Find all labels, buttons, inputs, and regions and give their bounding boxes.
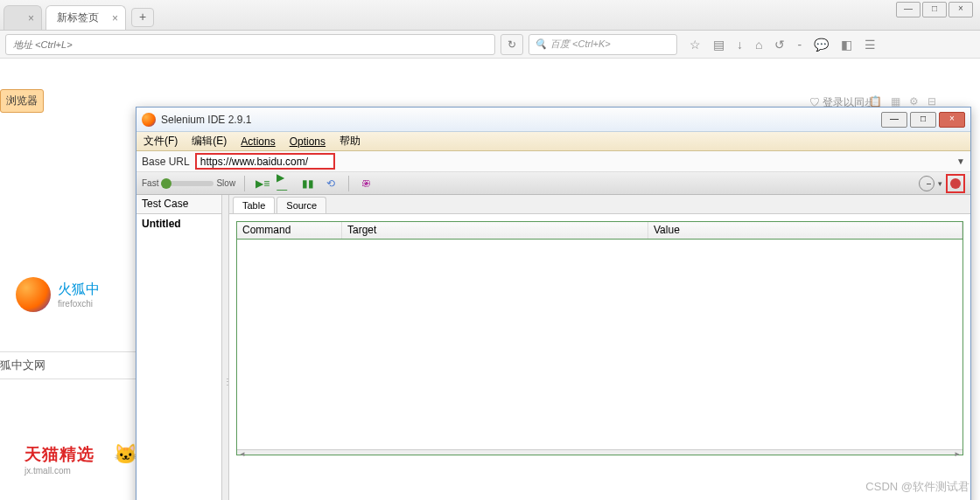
firefox-title: 火狐中: [58, 281, 100, 299]
firefox-subtitle: firefoxchi: [58, 299, 100, 309]
tmall-title: 天猫精选: [24, 443, 94, 466]
gear-icon[interactable]: ⚙: [909, 95, 919, 108]
col-command: Command: [237, 222, 342, 239]
home-icon[interactable]: ⌂: [755, 38, 762, 52]
command-table[interactable]: Command Target Value ◄►: [236, 221, 963, 455]
menu-options[interactable]: Options: [290, 135, 326, 148]
refresh-button[interactable]: ↻: [500, 34, 523, 55]
new-tab-button[interactable]: +: [131, 8, 154, 27]
library-icon[interactable]: ▤: [713, 38, 724, 52]
url-bar: ↻ 🔍 百度 <Ctrl+K> ☆ ▤ ↓ ⌂ ↺ - 💬 ◧ ☰: [0, 31, 980, 59]
close-button[interactable]: ×: [939, 112, 965, 128]
bookmark-icon[interactable]: ☆: [690, 38, 701, 52]
pause-button[interactable]: ▮▮: [299, 176, 317, 191]
play-all-button[interactable]: ▶≡: [254, 176, 271, 191]
ide-title: Selenium IDE 2.9.1: [161, 114, 881, 126]
command-table-wrap: Command Target Value ◄►: [229, 214, 970, 500]
firefox-icon: [16, 277, 51, 312]
firefox-logo-block: 火狐中 firefoxchi: [16, 277, 100, 312]
menu-actions[interactable]: Actions: [241, 135, 275, 148]
menu-icon[interactable]: ☰: [864, 38, 876, 52]
tab-table[interactable]: Table: [233, 197, 275, 213]
minimize-button[interactable]: —: [881, 112, 907, 128]
baseurl-dropdown-icon[interactable]: ▼: [956, 156, 965, 166]
tab-source[interactable]: Source: [276, 197, 326, 213]
maximize-button[interactable]: □: [922, 2, 947, 17]
ide-titlebar[interactable]: Selenium IDE 2.9.1 — □ ×: [136, 108, 970, 132]
clipboard-icon[interactable]: 📋: [869, 95, 882, 108]
collapse-icon[interactable]: ⊟: [928, 95, 936, 108]
ide-main: Table Source Command Target Value ◄►: [229, 195, 970, 500]
browser-window-controls: — □ ×: [896, 2, 973, 17]
search-icon: 🔍: [535, 38, 547, 50]
search-placeholder: 百度 <Ctrl+K>: [550, 38, 611, 51]
grid-icon[interactable]: ▦: [891, 95, 900, 108]
side-link[interactable]: 狐中文网: [0, 351, 136, 379]
watermark: CSDN @软件测试君: [865, 479, 970, 495]
testcase-item[interactable]: Untitled: [136, 214, 221, 233]
divider: [244, 176, 245, 191]
close-icon[interactable]: ×: [112, 12, 118, 24]
tab-2[interactable]: 新标签页 ×: [46, 5, 126, 30]
address-input[interactable]: [5, 34, 495, 55]
ide-window-controls: — □ ×: [881, 112, 965, 128]
tmall-block[interactable]: 天猫精选 jx.tmall.com: [24, 443, 94, 476]
tmall-subtitle: jx.tmall.com: [24, 466, 94, 476]
horizontal-scrollbar[interactable]: ◄►: [237, 449, 962, 455]
firefox-icon: [142, 113, 156, 127]
page-tools: 📋 ▦ ⚙ ⊟: [869, 95, 936, 108]
chevron-down-icon[interactable]: ▾: [938, 179, 942, 188]
sidebar-toggle-button[interactable]: 浏览器: [0, 89, 44, 113]
ide-sidebar: Test Case Untitled: [136, 195, 222, 500]
speed-control[interactable]: Fast Slow: [142, 178, 235, 188]
speed-fast-label: Fast: [142, 178, 158, 188]
menu-help[interactable]: 帮助: [340, 134, 360, 149]
browser-content: 浏览器 ♡ 登录以同步 📋 ▦ ⚙ ⊟ 火狐中 firefoxchi 狐中文网 …: [0, 59, 980, 500]
menu-edit[interactable]: 编辑(E): [192, 134, 227, 149]
ide-body: Test Case Untitled Table Source Command …: [136, 195, 970, 500]
baseurl-input[interactable]: [195, 153, 335, 170]
col-value: Value: [648, 222, 962, 239]
maximize-button[interactable]: □: [910, 112, 936, 128]
sep-icon: -: [797, 38, 802, 52]
tmall-cat-icon: 🐱: [114, 443, 137, 466]
ide-menubar: 文件(F) 编辑(E) Actions Options 帮助: [136, 132, 970, 151]
menu-file[interactable]: 文件(F): [144, 134, 178, 149]
addon-icon[interactable]: ◧: [841, 38, 852, 52]
rollup-button[interactable]: ֍: [358, 176, 375, 191]
browser-tab-strip: × 新标签页 × + — □ ×: [0, 0, 980, 31]
baseurl-label: Base URL: [142, 156, 190, 168]
firefox-text: 火狐中 firefoxchi: [58, 281, 100, 309]
browser-toolbar-icons: ☆ ▤ ↓ ⌂ ↺ - 💬 ◧ ☰: [690, 38, 876, 52]
scheduler-icon[interactable]: [919, 176, 934, 191]
ide-baseurl-row: Base URL ▼: [136, 151, 970, 172]
close-button[interactable]: ×: [948, 2, 973, 17]
minimize-button[interactable]: —: [896, 2, 920, 17]
col-target: Target: [342, 222, 648, 239]
record-button[interactable]: [946, 174, 965, 193]
command-table-body[interactable]: [237, 240, 962, 449]
chat-icon[interactable]: 💬: [814, 38, 829, 52]
tab-2-label: 新标签页: [57, 10, 99, 25]
toolbar-right: ▾: [919, 174, 965, 193]
close-icon[interactable]: ×: [28, 12, 34, 24]
ide-tabs: Table Source: [229, 195, 970, 214]
selenium-ide-window: Selenium IDE 2.9.1 — □ × 文件(F) 编辑(E) Act…: [136, 107, 971, 500]
search-box[interactable]: 🔍 百度 <Ctrl+K>: [528, 34, 677, 55]
record-icon: [950, 178, 961, 189]
tab-1[interactable]: ×: [4, 5, 42, 30]
step-button[interactable]: ⟲: [322, 176, 340, 191]
speed-slow-label: Slow: [216, 178, 235, 188]
history-icon[interactable]: ↺: [774, 38, 785, 52]
speed-slider[interactable]: [161, 181, 214, 186]
sidebar-header: Test Case: [136, 195, 221, 214]
command-table-header: Command Target Value: [237, 222, 962, 240]
download-icon[interactable]: ↓: [737, 38, 743, 52]
play-current-button[interactable]: ▶—: [276, 176, 294, 191]
ide-toolbar: Fast Slow ▶≡ ▶— ▮▮ ⟲ ֍ ▾: [136, 172, 970, 195]
splitter-handle[interactable]: [222, 195, 229, 500]
divider: [348, 176, 349, 191]
